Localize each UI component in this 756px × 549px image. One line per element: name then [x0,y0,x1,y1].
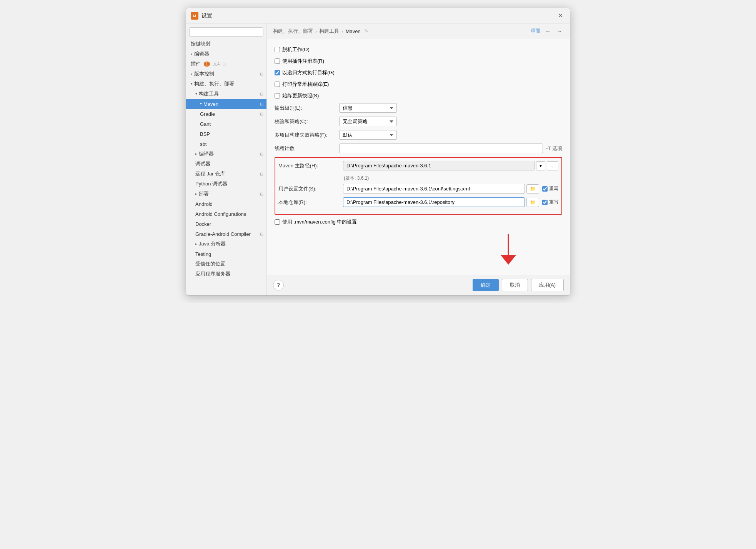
gradle-label: Gradle [200,111,215,117]
recursive-row: 以递归方式执行目标(G) [275,68,562,77]
sidebar-item-build[interactable]: ▸ 构建、执行、部署 [186,79,266,89]
t-option-label: -T 选项 [546,145,562,152]
mvn-config-label[interactable]: 使用 .mvn/maven.config 中的设置 [282,219,357,225]
maven-highlight-section: Maven 主路径(H): D:\Program Files\apache-ma… [275,157,562,215]
sidebar-item-java-analysis[interactable]: ▸ Java 分析器 [186,239,266,249]
local-repo-input[interactable] [343,197,525,207]
search-input[interactable] [189,27,263,37]
always-update-row: 始终更新快照(S) [275,92,562,100]
maven-home-input-group: D:\Program Files\apache-maven-3.6.1 ▾ … [343,161,558,170]
sidebar-item-trusted[interactable]: 受信任的位置 [186,259,266,269]
sidebar-item-testing[interactable]: Testing [186,249,266,259]
expand-icon-maven: ▸ [199,103,203,105]
sidebar-item-docker[interactable]: Docker [186,219,266,229]
close-button[interactable]: ✕ [556,11,565,20]
local-repo-label: 本地仓库(R): [278,199,340,206]
offline-checkbox[interactable] [275,47,280,52]
cancel-button[interactable]: 取消 [502,279,528,291]
user-settings-overwrite-checkbox[interactable] [542,186,548,192]
keymaps-label: 按键映射 [191,40,211,47]
always-update-label[interactable]: 始终更新快照(S) [282,92,319,99]
vcs-label: 版本控制 [194,70,214,77]
multiproject-select[interactable]: 默认 快速失败 始终构建 [339,130,397,140]
stacktrace-checkbox[interactable] [275,82,280,87]
android-label: Android [195,201,213,207]
expand-icon-compiler: ▸ [195,152,197,156]
ok-button[interactable]: 确定 [473,279,499,291]
user-settings-overwrite-label[interactable]: 重写 [549,185,558,192]
plugin-registry-checkbox[interactable] [275,58,280,64]
thread-input[interactable] [339,144,543,153]
local-repo-overwrite-checkbox[interactable] [542,200,548,205]
sidebar-item-remote-jar[interactable]: 远程 Jar 仓库 ⊡ [186,169,266,179]
sidebar-item-gant[interactable]: Gant [186,119,266,129]
local-repo-folder-btn[interactable]: 📁 [526,198,539,207]
recursive-checkbox[interactable] [275,70,280,75]
sidebar-item-python-debug[interactable]: Python 调试器 [186,179,266,189]
gant-label: Gant [200,121,211,127]
expand-icon-deploy: ▸ [195,192,197,196]
title-bar: IJ 设置 ✕ [186,8,570,23]
sidebar-item-plugins[interactable]: 插件 1 文A ⊡ [186,59,266,69]
sidebar-item-compiler[interactable]: ▸ 编译器 ⊡ [186,149,266,159]
plugin-registry-label[interactable]: 使用插件注册表(R) [282,58,324,65]
thread-row: 线程计数 -T 选项 [275,144,562,153]
settings-dialog: IJ 设置 ✕ 按键映射 ▸ 编辑器 插件 1 文A ⊡ ▸ [186,8,570,295]
thread-label: 线程计数 [275,145,336,152]
vcs-pin: ⊡ [260,72,263,77]
pin-icon: ⊡ [222,62,226,67]
compiler-pin: ⊡ [260,152,263,157]
compiler-label: 编译器 [199,150,214,157]
user-settings-folder-btn[interactable]: 📁 [526,184,539,194]
sidebar-item-build-tools[interactable]: ▸ 构建工具 ⊡ [186,89,266,99]
sidebar-item-bsp[interactable]: BSP [186,129,266,139]
always-update-checkbox[interactable] [275,93,280,98]
sidebar-item-deploy[interactable]: ▸ 部署 ⊡ [186,189,266,199]
output-level-select[interactable]: 信息 调试 警告 错误 [339,103,397,113]
app-server-label: 应用程序服务器 [195,270,230,277]
maven-version-hint: (版本: 3.6.1) [278,174,558,184]
reset-link[interactable]: 重置 [531,28,541,35]
checksum-select[interactable]: 无全局策略 严格 宽松 [339,117,397,126]
local-repo-overwrite-label[interactable]: 重写 [549,199,558,205]
sidebar-item-editor[interactable]: ▸ 编辑器 [186,49,266,59]
sidebar-item-android[interactable]: Android [186,199,266,209]
build-tools-label: 构建工具 [199,90,219,97]
sidebar-item-maven[interactable]: ▸ Maven ⊡ [186,99,266,109]
stacktrace-label[interactable]: 打印异常堆栈跟踪(E) [282,81,329,88]
help-button[interactable]: ? [273,280,284,290]
back-button[interactable]: ← [544,27,552,35]
breadcrumb-part2: 构建工具 [319,28,339,35]
sidebar-item-vcs[interactable]: ▸ 版本控制 ⊡ [186,69,266,79]
sidebar-item-keymaps[interactable]: 按键映射 [186,39,266,49]
sidebar-item-android-config[interactable]: Android Configurations [186,209,266,219]
mvn-config-checkbox[interactable] [275,219,280,225]
arrow-container [275,230,562,269]
sidebar-item-sbt[interactable]: sbt [186,139,266,149]
user-settings-input[interactable] [343,184,525,194]
sidebar-item-gradle[interactable]: Gradle ⊡ [186,109,266,119]
plugins-badge: 1 [204,62,210,67]
maven-home-folder-btn[interactable]: … [547,161,558,170]
stacktrace-row: 打印异常堆栈跟踪(E) [275,80,562,88]
multiproject-row: 多项目构建失败策略(F): 默认 快速失败 始终构建 [275,130,562,140]
breadcrumb-current: Maven [346,28,361,34]
maven-home-dropdown-btn[interactable]: ▾ [536,161,545,170]
main-content: 构建、执行、部署 › 构建工具 › Maven ✎ 重置 ← → 脱机工作(O) [267,23,570,295]
apply-button[interactable]: 应用(A) [531,279,564,291]
docker-label: Docker [195,221,211,227]
sidebar-item-debugger[interactable]: 调试器 [186,159,266,169]
build-label: 构建、执行、部署 [194,80,234,87]
bottom-bar: ? 确定 取消 应用(A) [267,275,570,295]
maven-home-select[interactable]: D:\Program Files\apache-maven-3.6.1 [343,161,535,170]
forward-button[interactable]: → [555,27,564,35]
user-settings-row: 用户设置文件(S): 📁 重写 [278,184,558,194]
recursive-label[interactable]: 以递归方式执行目标(G) [282,69,335,76]
settings-form: 脱机工作(O) 使用插件注册表(R) 以递归方式执行目标(G) 打印异常堆栈跟踪… [267,39,570,275]
sidebar-item-gradle-android[interactable]: Gradle-Android Compiler ⊡ [186,229,266,239]
output-level-row: 输出级别(L): 信息 调试 警告 错误 [275,103,562,113]
offline-label[interactable]: 脱机工作(O) [282,46,310,53]
sidebar-item-app-server[interactable]: 应用程序服务器 [186,269,266,279]
maven-pin: ⊡ [260,102,263,107]
local-repo-row: 本地仓库(R): 📁 重写 [278,197,558,207]
